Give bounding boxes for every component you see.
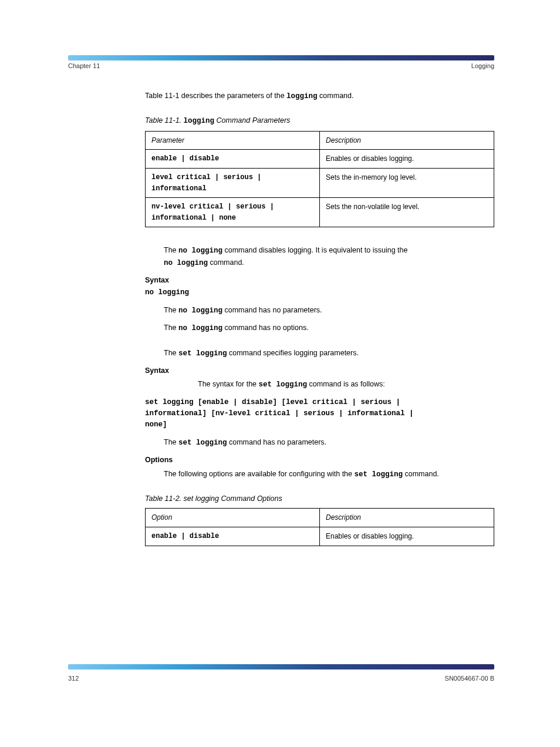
table-row: enable | disable Enables or disables log… [146, 150, 494, 169]
no-logging-options: The no logging command has no options. [145, 322, 494, 334]
footer-rule [68, 664, 494, 669]
th-description: Description [320, 509, 494, 527]
table-header-row: Option Description [146, 509, 494, 527]
doc-id: SN0054667-00 B [445, 674, 494, 684]
no-logging-syntax: no logging [145, 287, 494, 298]
table-row: level critical | serious | informational… [146, 168, 494, 197]
syntax-label: Syntax [145, 275, 494, 286]
set-logging-syntax: set logging [enable | disable] [level cr… [145, 397, 415, 431]
no-logging-params: The no logging command has no parameters… [145, 305, 494, 317]
table-row: enable | disable Enables or disables log… [146, 527, 494, 546]
table2-caption: Table 11-2. set logging Command Options [145, 493, 494, 504]
content: Table 11-1 describes the parameters of t… [145, 88, 494, 557]
running-footer: 312 SN0054667-00 B [68, 674, 494, 684]
options-label: Options [145, 455, 494, 466]
header-right: Logging [471, 61, 494, 71]
table-logging-params: Parameter Description enable | disable E… [145, 131, 494, 228]
set-logging-desc: The set logging command specifies loggin… [145, 348, 494, 359]
cmd-logging: logging [286, 92, 318, 100]
no-logging-desc: The no logging command disables logging.… [145, 245, 494, 269]
page-number: 312 [68, 674, 79, 684]
header-left: Chapter 11 [68, 61, 100, 71]
th-parameter: Parameter [146, 131, 320, 150]
header-rule [68, 55, 494, 60]
running-header: Chapter 11 Logging [68, 61, 494, 71]
set-logging-options-desc: The following options are available for … [145, 469, 494, 480]
table1-caption: Table 11-1. logging Command Parameters [145, 115, 494, 127]
th-description: Description [320, 131, 494, 150]
cmd-no-logging: no logging [178, 247, 222, 255]
intro-paragraph: Table 11-1 describes the parameters of t… [145, 90, 494, 102]
set-logging-params: The set logging command has no parameter… [145, 437, 494, 449]
table-set-logging-options: Option Description enable | disable Enab… [145, 508, 494, 546]
cmd-set-logging: set logging [178, 349, 227, 358]
th-option: Option [146, 509, 320, 527]
syntax-label-2: Syntax [145, 365, 494, 376]
table-header-row: Parameter Description [146, 131, 494, 150]
set-logging-syntax-label: The syntax for the set logging command i… [145, 379, 494, 391]
page: Chapter 11 Logging Table 11-1 describes … [0, 0, 560, 747]
table-row: nv-level critical | serious | informatio… [146, 198, 494, 227]
